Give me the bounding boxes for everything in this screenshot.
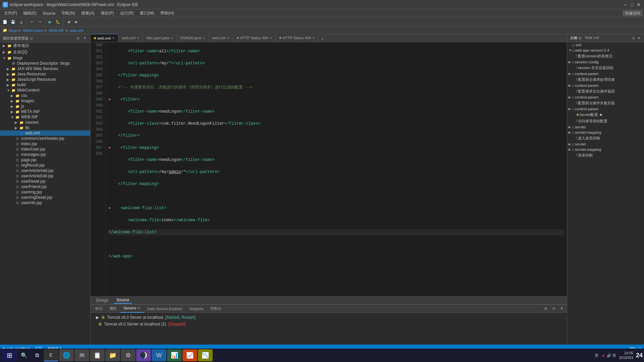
breadcrumb-blogs[interactable]: blogs (9, 28, 17, 33)
bottom-tab-snippets[interactable]: Snippets (186, 305, 207, 313)
sidebar-item-images[interactable]: ▶ 📁 images (0, 98, 90, 104)
taskbar-ie[interactable]: 🌐 (59, 349, 74, 361)
sidebar-item-userinfo[interactable]: 🗋 userInfo.jsp (0, 200, 90, 205)
tab-webxml-1[interactable]: web.xml ✕ (91, 34, 118, 42)
sidebar-item-jsresources[interactable]: ▶ 📁 JavaScript Resources (0, 77, 90, 82)
menu-source[interactable]: Source (40, 10, 58, 16)
tab-mylogon[interactable]: MyLogon.java ✕ (143, 34, 177, 42)
maximize-button[interactable]: □ (629, 2, 635, 7)
sidebar-item-userimg[interactable]: 🗋 userImg.jsp (0, 189, 90, 195)
sidebar-item-page[interactable]: 🗋 page.jsp (0, 157, 90, 163)
forward-button[interactable]: ▶ (73, 18, 80, 26)
close-tab-button[interactable]: ✕ (202, 36, 205, 40)
outline-item-context3[interactable]: ▶ □ context-param (567, 95, 644, 100)
sidebar-item-index[interactable]: 🗋 index.jsp (0, 141, 90, 146)
sidebar-item-webcontent[interactable]: ▼ 📁 WebContent (0, 87, 90, 93)
outline-item-servlet-mapping2[interactable]: ▶ □ servlet-mapping (567, 147, 644, 152)
breadcrumb-webcontent[interactable]: WebContent (23, 28, 43, 33)
bottom-panel-button-2[interactable]: ⊟ (550, 305, 557, 312)
taskbar-notes[interactable]: 📋 (90, 349, 105, 361)
outline-item-session-comment[interactable]: ! 配置session的有效活 (567, 53, 644, 59)
bottom-tab-attributes[interactable]: 属性 (106, 305, 120, 313)
sidebar-item-messages[interactable]: 🗋 messages.jsp (0, 152, 90, 157)
close-tab-button[interactable]: ✕ (112, 36, 115, 40)
sidebar-item-metainf[interactable]: ▶ 📁 META-INF (0, 109, 90, 114)
sidebar-item-deployment[interactable]: ⚙ Deployment Descriptor: blogs (0, 61, 90, 66)
outline-item-session-config[interactable]: ▶ □ session-config (567, 59, 644, 65)
menu-window[interactable]: 窗口(W) (137, 10, 157, 17)
sidebar-item-commonuserheader[interactable]: 🗋 commonUserHeader.jsp (0, 136, 90, 141)
minimize-button[interactable]: ─ (623, 2, 628, 7)
tasklist-tab[interactable]: Task List (585, 36, 599, 41)
outline-item-session-comment2[interactable]: ! session 失失后返回的 (567, 65, 644, 71)
bottom-tab-datasource[interactable]: Data Source Explorer (144, 305, 186, 313)
close-tab-button[interactable]: ✕ (137, 36, 140, 40)
code-text[interactable]: <filter-name>all</filter-name> <url-patt… (106, 42, 567, 296)
sidebar-item-css[interactable]: ▶ 📁 css (0, 93, 90, 98)
sidebar-item-blogs[interactable]: ▼ 📁 blogs (0, 55, 90, 61)
sidebar-item-userimgdetail[interactable]: 🗋 userImgDetail.jsp (0, 195, 90, 200)
undo-button[interactable]: ↩ (28, 18, 35, 26)
outline-item-servlet-star[interactable]: ★ Servlet配置 ★ (567, 112, 644, 118)
taskbar-yellow[interactable]: 📉 (198, 349, 213, 361)
new-button[interactable]: 📄 (1, 18, 9, 26)
breadcrumb-webxml[interactable]: web.xml (70, 28, 83, 33)
outline-item-context3-comment[interactable]: ! 配置前台操作失败后返 (567, 100, 644, 106)
tab-dsada[interactable]: DSADA.java ✕ (177, 34, 209, 42)
menu-edit[interactable]: 编辑(E) (20, 10, 39, 17)
bottom-tab-servers[interactable]: Servers ☆ (120, 305, 144, 313)
sidebar-menu-button[interactable]: ▼ (82, 36, 88, 41)
run-button[interactable]: ▶ (46, 18, 54, 26)
sidebar-item-lib[interactable]: ▶ 📁 lib (0, 125, 90, 130)
menu-help[interactable]: 帮助(H) (158, 10, 177, 17)
outline-item-context1-comment[interactable]: ! 配置前台请求处理结束 (567, 76, 644, 83)
outline-item-webapp[interactable]: ▼ □ web-app version=2.4 (567, 48, 644, 53)
outline-item-login-comment[interactable]: ! 登录控制 (567, 152, 644, 159)
close-tab-button[interactable]: ✕ (227, 36, 230, 40)
tab-webxml-3[interactable]: web.xml ✕ (209, 34, 233, 42)
sidebar-item-javaresources[interactable]: ▶ 📁 Java Resources (0, 71, 90, 77)
print-button[interactable]: 🖨 (17, 18, 25, 26)
close-tab-button[interactable]: ✕ (270, 36, 272, 40)
bottom-panel-button-1[interactable]: ⊞ (542, 305, 549, 312)
redo-button[interactable]: ↪ (36, 18, 43, 26)
taskbar-orange[interactable]: 📈 (182, 349, 197, 361)
save-button[interactable]: 💾 (9, 18, 17, 26)
bottom-tab-console[interactable]: 控制台 (207, 305, 225, 313)
sidebar-item-qiyeqq[interactable]: ▶ 📁 企业QQ (0, 49, 90, 55)
taskview-button[interactable]: ⧉ (31, 349, 43, 361)
sidebar-item-userarticleedit[interactable]: 🗋 userArticleEdit.jsp (0, 173, 90, 179)
server-item-2[interactable]: 🖥 Tomcat v9.0 Server at localhost (2) [S… (93, 321, 564, 327)
tab-http404-2[interactable]: HTTP Status 404 ✕ (276, 34, 319, 42)
source-tab[interactable]: Source (114, 297, 132, 304)
breadcrumb-webinf[interactable]: WEB-INF (49, 28, 64, 33)
outline-item-context1[interactable]: ▶ □ context-param (567, 71, 644, 76)
outline-item-servlet1[interactable]: ▶ □ servlet (567, 124, 644, 130)
search-button[interactable]: 🔍 (18, 349, 30, 361)
outline-tab[interactable]: 大纲 ☆ (570, 36, 582, 41)
outline-item-servlet-mapping1[interactable]: ▶ □ servlet-mapping (567, 130, 644, 135)
outline-item-servlet2[interactable]: ▶ □ servlet (567, 141, 644, 147)
sidebar-item-webinf[interactable]: ▼ 📁 WEB-INF (0, 114, 90, 120)
right-panel-menu[interactable]: ▼ (637, 36, 641, 41)
debug-button[interactable]: 🐛 (54, 18, 62, 26)
bottom-panel-button-3[interactable]: ▼ (558, 305, 566, 312)
tab-overflow-button[interactable]: » (319, 36, 326, 42)
code-editor[interactable]: 380 381 382 383 384 385 386 387 388 389 … (91, 42, 567, 296)
outline-item-context2-comment[interactable]: ! 配置请求后台操作返回 (567, 88, 644, 95)
taskbar-green[interactable]: 📊 (167, 349, 182, 361)
taskbar-settings[interactable]: ⚙ (121, 349, 136, 361)
sidebar-item-classes[interactable]: ▶ 📁 classes (0, 120, 90, 125)
taskbar-eclipse2[interactable]: 🌒 (136, 349, 151, 361)
sidebar-item-regresult[interactable]: 🗋 regResult.jsp (0, 163, 90, 168)
taskbar-folder[interactable]: 📁 (105, 349, 120, 361)
menu-navigate[interactable]: 导航(N) (59, 10, 78, 17)
sidebar-collapse-button[interactable]: ⊟ (75, 36, 81, 41)
right-panel-minimize[interactable]: ⊟ (631, 36, 636, 41)
server-item-1[interactable]: ▶ 🖥 Tomcat v9.0 Server at localhost [Sta… (93, 314, 564, 321)
bottom-tab-marks[interactable]: 标记 (92, 305, 106, 313)
menu-project[interactable]: 项目(P) (98, 10, 117, 17)
sidebar-item-webxml[interactable]: 🗋 web.xml (0, 130, 90, 136)
design-tab[interactable]: Design (93, 297, 111, 303)
sidebar-item-kebenxiangmu[interactable]: ▶ 📁 课本项目 (0, 43, 90, 49)
